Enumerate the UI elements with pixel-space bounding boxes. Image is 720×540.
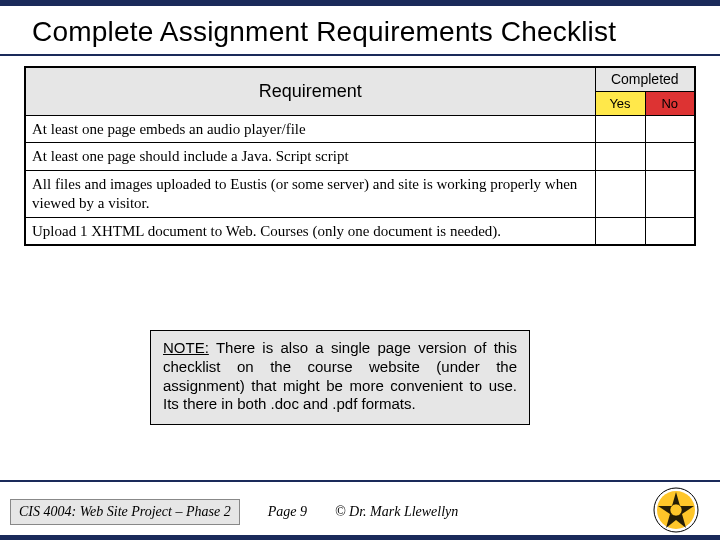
- footer-course: CIS 4004: Web Site Project – Phase 2: [10, 499, 240, 525]
- footer: CIS 4004: Web Site Project – Phase 2 Pag…: [0, 484, 720, 540]
- footer-left: CIS 4004: Web Site Project – Phase 2 Pag…: [0, 499, 458, 525]
- yes-cell: [595, 115, 645, 143]
- col-header-no: No: [645, 91, 695, 115]
- yes-cell: [595, 217, 645, 245]
- checklist-table: Requirement Completed Yes No At least on…: [24, 66, 696, 246]
- yes-cell: [595, 171, 645, 218]
- bottom-border: [0, 535, 720, 540]
- table-row: At least one page embeds an audio player…: [25, 115, 695, 143]
- footer-divider: [0, 480, 720, 482]
- footer-copyright: © Dr. Mark Llewellyn: [335, 504, 458, 520]
- table-row: Upload 1 XHTML document to Web. Courses …: [25, 217, 695, 245]
- no-cell: [645, 115, 695, 143]
- note-text: There is also a single page version of t…: [163, 339, 517, 412]
- page-title: Complete Assignment Requirements Checkli…: [0, 6, 720, 54]
- requirement-cell: At least one page embeds an audio player…: [25, 115, 595, 143]
- col-header-yes: Yes: [595, 91, 645, 115]
- note-label: NOTE:: [163, 339, 209, 356]
- no-cell: [645, 143, 695, 171]
- table-row: At least one page should include a Java.…: [25, 143, 695, 171]
- requirement-cell: All files and images uploaded to Eustis …: [25, 171, 595, 218]
- col-header-completed: Completed: [595, 67, 695, 91]
- no-cell: [645, 217, 695, 245]
- col-header-requirement: Requirement: [25, 67, 595, 115]
- yes-cell: [595, 143, 645, 171]
- no-cell: [645, 171, 695, 218]
- table-row: All files and images uploaded to Eustis …: [25, 171, 695, 218]
- requirement-cell: Upload 1 XHTML document to Web. Courses …: [25, 217, 595, 245]
- checklist-table-wrap: Requirement Completed Yes No At least on…: [0, 56, 720, 246]
- svg-point-2: [670, 504, 682, 516]
- ucf-logo-icon: [652, 486, 700, 534]
- requirement-cell: At least one page should include a Java.…: [25, 143, 595, 171]
- footer-page: Page 9: [268, 504, 307, 520]
- note-box: NOTE: There is also a single page versio…: [150, 330, 530, 425]
